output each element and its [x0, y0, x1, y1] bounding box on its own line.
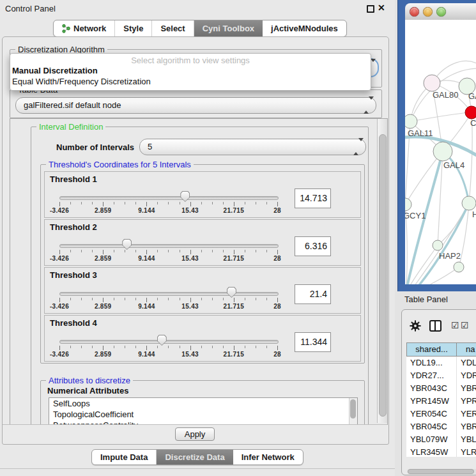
- select-column-checkbox-icon[interactable]: ☑: [451, 320, 459, 330]
- settings-vertical-scrollbar[interactable]: [377, 119, 387, 423]
- control-panel: Control Panel ✕ NetworkStyleSelectCyni T…: [0, 0, 395, 476]
- table-data-select[interactable]: galFiltered.sif default node: [15, 97, 376, 114]
- number-of-intervals-select[interactable]: 5: [139, 139, 366, 155]
- cyni-mode-tab-bar: Impute DataDiscretize DataInfer Network: [91, 449, 303, 465]
- network-window-titlebar[interactable]: [405, 3, 476, 20]
- table-horizontal-scrollbar[interactable]: [407, 469, 476, 474]
- thresholds-coordinates-group: Threshold's Coordinates for 5 Intervals …: [40, 164, 365, 364]
- network-tab-icon: [62, 24, 70, 33]
- threshold-slider-track[interactable]: [59, 196, 279, 200]
- tab-network[interactable]: Network: [54, 20, 115, 36]
- select-column-checkbox-icon[interactable]: ☑: [461, 320, 469, 330]
- attributes-to-discretize-group: Attributes to discretize Numerical Attri…: [40, 380, 365, 425]
- algorithm-option-equal-width-frequency-discretization[interactable]: Equal Width/Frequency Discretization: [12, 77, 151, 86]
- table-scrollbar-thumb[interactable]: [408, 469, 474, 474]
- network-node-hap2[interactable]: [433, 240, 443, 250]
- table-settings-gear-icon[interactable]: [410, 320, 421, 332]
- slider-tick-label: 21.715: [224, 303, 244, 310]
- threshold-value-field[interactable]: 6.316: [295, 236, 331, 256]
- apply-button[interactable]: Apply: [175, 427, 215, 441]
- close-window-icon[interactable]: [410, 7, 419, 17]
- threshold-slider-thumb[interactable]: [227, 287, 236, 298]
- threshold-value-field[interactable]: 21.4: [295, 284, 331, 304]
- threshold-slider-thumb[interactable]: [157, 335, 167, 346]
- table-cell: YLR3: [457, 446, 476, 457]
- network-node-label: GAL11: [408, 128, 433, 138]
- table-row[interactable]: YDL19...YDL1: [406, 357, 476, 369]
- close-panel-icon[interactable]: ✕: [378, 3, 385, 13]
- column-header-shared-name[interactable]: shared...: [406, 342, 457, 357]
- network-node-gal80[interactable]: [424, 75, 440, 91]
- panel-bottom-divider: [0, 468, 395, 469]
- tab-style[interactable]: Style: [115, 20, 152, 36]
- tab-label: Select: [160, 24, 185, 33]
- slider-tick-label: 21.715: [224, 207, 244, 214]
- table-cell: YBL0: [457, 433, 476, 446]
- threshold-value-field[interactable]: 11.344: [295, 332, 331, 352]
- numerical-attributes-list[interactable]: SelfLoopsTopologicalCoefficientBetweenne…: [49, 397, 358, 425]
- tab-jactivemnodules[interactable]: jActiveMNodules: [263, 20, 346, 36]
- threshold-panel-4: Threshold 4-3.4262.8599.14415.4321.71528…: [44, 315, 361, 362]
- list-scrollbar-thumb[interactable]: [350, 399, 356, 418]
- control-panel-titlebar: Control Panel ✕: [0, 0, 395, 17]
- numerical-attributes-label: Numerical Attributes: [47, 386, 128, 395]
- slider-tick-label: -3.426: [50, 303, 69, 310]
- network-node-label: GAL80: [433, 90, 458, 100]
- network-node-h[interactable]: [462, 196, 476, 210]
- attribute-list-item[interactable]: SelfLoops: [49, 398, 357, 409]
- attribute-list-item[interactable]: TopologicalCoefficient: [49, 409, 357, 420]
- apply-button-row: Apply: [3, 424, 387, 444]
- list-scrollbar[interactable]: [349, 398, 357, 425]
- table-row[interactable]: YBR043CYBR0: [406, 382, 476, 395]
- float-window-icon[interactable]: [367, 5, 374, 13]
- table-row[interactable]: YER054CYER0: [406, 408, 476, 420]
- threshold-panel-1: Threshold 1-3.4262.8599.14415.4321.71528…: [44, 171, 361, 218]
- column-header-name[interactable]: na: [457, 342, 476, 357]
- table-row[interactable]: YDR27...YDR2: [406, 369, 476, 382]
- tab-impute-data[interactable]: Impute Data: [92, 450, 157, 464]
- slider-tick-label: -3.426: [50, 351, 69, 358]
- table-header-row: shared... na: [406, 342, 476, 357]
- table-row[interactable]: YBR045CYBR0: [406, 420, 476, 433]
- tab-infer-network[interactable]: Infer Network: [233, 450, 303, 464]
- slider-tick-label: 15.43: [181, 207, 199, 214]
- algorithm-option-manual-discretization[interactable]: Manual Discretization: [12, 66, 98, 75]
- network-node-gal4[interactable]: [433, 142, 452, 161]
- table-cell: YDL19...: [406, 357, 457, 369]
- network-node-label: GCY1: [405, 211, 426, 220]
- threshold-slider-track[interactable]: [59, 244, 279, 248]
- slider-tick-label: 2.859: [95, 351, 112, 358]
- tab-cyni-toolbox[interactable]: Cyni Toolbox: [194, 20, 263, 36]
- slider-tick-label: 9.144: [138, 351, 155, 358]
- threshold-value-field[interactable]: 14.713: [295, 188, 331, 208]
- network-canvas[interactable]: GAL80GACGAL11GAL4GCY1HHAP2: [405, 20, 476, 284]
- table-cell: YPR1: [457, 395, 476, 408]
- tab-discretize-data[interactable]: Discretize Data: [157, 450, 233, 464]
- network-edge[interactable]: [438, 203, 469, 245]
- network-node-c[interactable]: [465, 106, 476, 119]
- table-row[interactable]: YLR345WYLR3: [406, 446, 476, 457]
- network-node-label: GA: [468, 91, 476, 101]
- threshold-slider-track[interactable]: [59, 292, 279, 296]
- table-row[interactable]: YBL079WYBL0: [406, 433, 476, 446]
- threshold-slider-thumb[interactable]: [180, 191, 190, 202]
- threshold-slider-thumb[interactable]: [122, 239, 132, 250]
- zoom-window-icon[interactable]: [436, 7, 446, 17]
- minimize-window-icon[interactable]: [423, 7, 433, 17]
- slider-tick-label: 28: [273, 255, 281, 262]
- slider-tick-label: 28: [273, 303, 281, 310]
- network-node[interactable]: [454, 262, 464, 272]
- control-panel-title: Control Panel: [5, 4, 56, 13]
- threshold-slider-track[interactable]: [59, 340, 279, 344]
- network-edge[interactable]: [410, 112, 472, 121]
- split-table-icon[interactable]: [429, 320, 441, 332]
- slider-tick-label: 21.715: [224, 351, 244, 358]
- tab-label: Network: [73, 24, 106, 33]
- network-node-gal11[interactable]: [405, 114, 417, 128]
- tab-select[interactable]: Select: [152, 20, 194, 36]
- settings-scrollbar-thumb[interactable]: [379, 134, 387, 417]
- network-node-gcy1[interactable]: [405, 198, 411, 211]
- tab-label: Infer Network: [242, 452, 295, 462]
- network-edge[interactable]: [406, 267, 459, 284]
- table-row[interactable]: YPR145WYPR1: [406, 395, 476, 408]
